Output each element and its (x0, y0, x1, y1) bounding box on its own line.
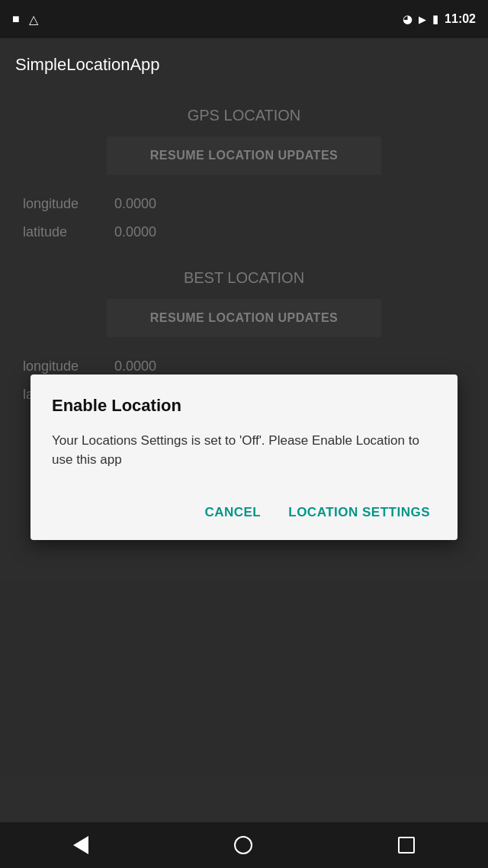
back-icon (73, 836, 88, 854)
location-settings-button[interactable]: LOCATION SETTINGS (282, 497, 436, 528)
android-icon: △ (29, 12, 38, 27)
cancel-button[interactable]: CANCEL (198, 497, 267, 528)
dialog-message: Your Locations Settings is set to 'Off'.… (52, 431, 436, 470)
dialog-buttons: CANCEL LOCATION SETTINGS (52, 491, 436, 528)
dialog-title: Enable Location (52, 396, 436, 416)
recents-button[interactable] (389, 828, 424, 863)
home-icon (234, 836, 252, 854)
back-button[interactable] (64, 827, 98, 863)
status-time: 11:02 (445, 12, 476, 26)
home-button[interactable] (225, 827, 262, 863)
main-content: GPS LOCATION RESUME LOCATION UPDATES lon… (0, 92, 488, 822)
status-bar: ■ △ ◕ ▶ ▮ 11:02 (0, 0, 488, 38)
enable-location-dialog: Enable Location Your Locations Settings … (30, 375, 458, 540)
app-title: SimpleLocationApp (15, 55, 160, 75)
recents-icon (398, 837, 415, 854)
status-bar-right: ◕ ▶ ▮ 11:02 (403, 12, 476, 26)
bbm-icon: ■ (12, 12, 20, 26)
battery-icon: ▮ (432, 12, 438, 26)
nav-bar (0, 822, 488, 868)
dialog-overlay: Enable Location Your Locations Settings … (0, 92, 488, 822)
wifi-icon: ◕ (403, 12, 413, 26)
signal-icon: ▶ (419, 14, 426, 25)
status-bar-left: ■ △ (12, 12, 38, 27)
app-bar: SimpleLocationApp (0, 38, 488, 92)
